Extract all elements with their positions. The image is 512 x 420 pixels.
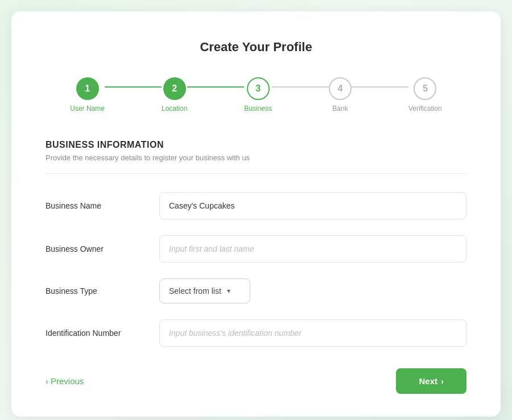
step-label-4: Bank	[332, 105, 348, 113]
step-circle-5: 5	[414, 77, 436, 100]
step-circle-2: 2	[163, 77, 186, 100]
select-value: Select from list	[169, 286, 221, 296]
business-type-select-wrapper: Select from list ▾	[159, 278, 250, 303]
step-3: 3 Business	[244, 77, 272, 113]
business-type-select[interactable]: Select from list ▾	[159, 278, 250, 303]
business-name-input[interactable]	[159, 192, 466, 219]
identification-number-input[interactable]	[159, 319, 466, 347]
chevron-left-icon: ‹	[46, 376, 48, 386]
section-title: BUSINESS INFORMATION	[46, 140, 466, 150]
chevron-down-icon: ▾	[227, 287, 230, 295]
business-owner-input[interactable]	[159, 235, 466, 263]
business-name-label: Business Name	[46, 201, 159, 210]
connector-1	[105, 86, 162, 88]
connector-2	[187, 86, 244, 88]
step-circle-1: 1	[76, 77, 99, 100]
step-4: 4 Bank	[329, 77, 352, 113]
business-form: Business Name Business Owner Business Ty…	[46, 192, 466, 347]
step-1: 1 User Name	[70, 77, 105, 113]
previous-button[interactable]: ‹ Previous	[46, 376, 84, 386]
stepper: 1 User Name 2 Location 3 Business	[46, 77, 466, 113]
identification-number-row: Identification Number	[46, 319, 466, 347]
step-2: 2 Location	[162, 77, 187, 113]
step-label-1: User Name	[70, 105, 105, 113]
chevron-right-icon: ›	[441, 376, 444, 386]
step-circle-4: 4	[329, 77, 352, 100]
card-footer: ‹ Previous Next ›	[46, 363, 466, 394]
connector-4	[352, 86, 408, 88]
page-title: Create Your Profile	[46, 40, 466, 55]
business-owner-label: Business Owner	[46, 244, 159, 253]
divider	[46, 173, 466, 174]
connector-3	[272, 86, 329, 88]
business-owner-row: Business Owner	[46, 235, 466, 263]
next-button[interactable]: Next ›	[396, 368, 466, 394]
identification-number-label: Identification Number	[46, 328, 159, 338]
section-description: Provide the necessary details to registe…	[46, 153, 466, 162]
business-type-row: Business Type Select from list ▾	[46, 278, 466, 303]
business-type-label: Business Type	[46, 286, 159, 296]
profile-card: Create Your Profile 1 User Name 2 Locati…	[11, 11, 501, 417]
step-label-5: Verification	[408, 105, 442, 113]
section-header: BUSINESS INFORMATION Provide the necessa…	[46, 140, 466, 162]
step-circle-3: 3	[247, 77, 270, 100]
step-label-3: Business	[244, 105, 272, 113]
step-label-2: Location	[162, 105, 187, 113]
business-name-row: Business Name	[46, 192, 466, 219]
step-5: 5 Verification	[408, 77, 442, 113]
